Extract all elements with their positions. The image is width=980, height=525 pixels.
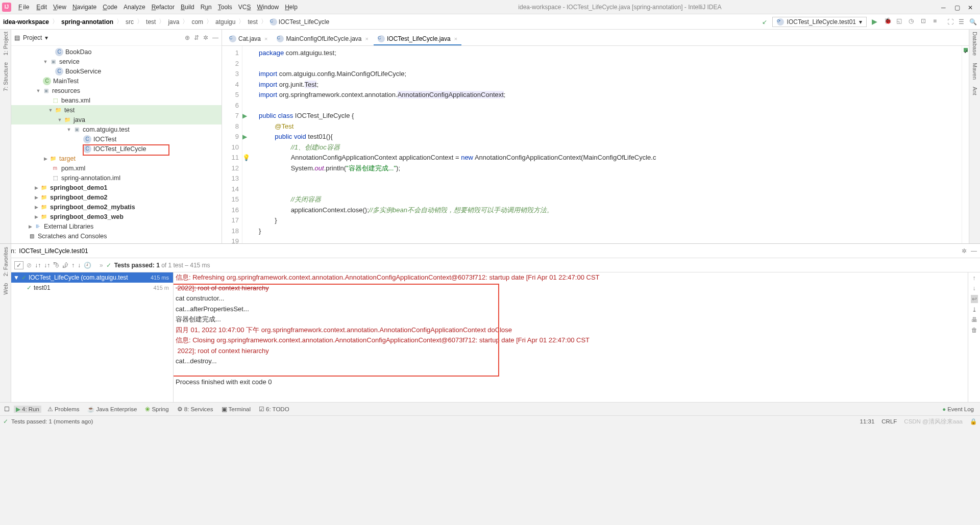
expand-icon[interactable]: ⮷: [53, 262, 59, 269]
up-icon[interactable]: ↑: [973, 274, 976, 282]
maximize-icon[interactable]: ▢: [954, 4, 961, 10]
bc-src[interactable]: src: [126, 18, 134, 26]
tab-javaee[interactable]: ☕Java Enterprise: [85, 406, 139, 413]
menu-code[interactable]: Code: [102, 3, 118, 12]
tree-item-maintest[interactable]: CMainTest: [11, 76, 222, 86]
test-item[interactable]: ✓test01415 m: [11, 283, 173, 293]
toolwin-favorites[interactable]: 2: Favorites: [3, 247, 9, 276]
menu-build[interactable]: Build: [180, 3, 195, 12]
minimize-icon[interactable]: ─: [941, 4, 947, 10]
structure-icon[interactable]: ☰: [959, 18, 964, 26]
run-conf-name[interactable]: IOCTest_LifeCycle.test01: [19, 247, 88, 255]
bc-com[interactable]: com: [191, 18, 203, 26]
test-tree[interactable]: ▼✓IOCTest_LifeCycle (com.atguigu.test415…: [11, 272, 174, 402]
toolwin-maven[interactable]: Maven: [972, 63, 978, 80]
scroll-icon[interactable]: ⤓: [972, 306, 977, 313]
menu-vcs[interactable]: VCS: [237, 3, 252, 12]
run-config-selector[interactable]: ⟳ IOCTest_LifeCycle.test01 ▾: [772, 17, 867, 27]
toolwin-ant[interactable]: Ant: [972, 87, 978, 95]
find-icon[interactable]: ⛶: [947, 18, 953, 26]
bc-atguigu[interactable]: atguigu: [215, 18, 235, 26]
back-icon[interactable]: ↙: [762, 18, 767, 26]
tree-item-service[interactable]: ▼▣service: [11, 57, 222, 66]
menu-tools[interactable]: Tools: [217, 3, 233, 12]
tab-run[interactable]: ▶4: Run: [14, 406, 41, 413]
close-tab-icon[interactable]: ×: [365, 36, 369, 42]
locate-icon[interactable]: ⊕: [185, 34, 190, 41]
console-output[interactable]: 信息: Refreshing org.springframework.conte…: [174, 272, 968, 402]
tree-item-scratches[interactable]: ▧Scratches and Consoles: [11, 231, 222, 241]
up-icon[interactable]: ↑: [71, 262, 75, 269]
bc-workspace[interactable]: idea-workspace: [3, 18, 49, 26]
status-position[interactable]: 11:31: [860, 418, 875, 424]
collapse-icon[interactable]: ⮵: [62, 262, 68, 269]
tab-mainconfig[interactable]: CMainConfigOfLifeCycle.java×: [273, 33, 373, 45]
tab-todo[interactable]: ☑6: TODO: [257, 406, 291, 413]
tab-ioctest-lifecycle[interactable]: CIOCTest_LifeCycle.java×: [374, 33, 461, 45]
tree-item-sb3[interactable]: ▶📁springboot_demo2_mybatis: [11, 202, 222, 212]
stop-icon[interactable]: ■: [933, 17, 942, 27]
tab-terminal[interactable]: ▣Terminal: [219, 406, 253, 413]
run-gutter-icon[interactable]: ▶: [242, 111, 256, 121]
profile-icon[interactable]: ◷: [909, 17, 918, 27]
tree-item-sb2[interactable]: ▶📁springboot_demo2: [11, 192, 222, 202]
bc-project[interactable]: spring-annotation: [61, 18, 113, 26]
menu-analyze[interactable]: Analyze: [122, 3, 146, 12]
menu-window[interactable]: Window: [256, 3, 280, 12]
tree-item-bookservice[interactable]: CBookService: [11, 66, 222, 76]
tree-item-ioctest[interactable]: CIOCTest: [11, 134, 222, 144]
tab-eventlog[interactable]: ●Event Log: [940, 406, 976, 412]
run-icon[interactable]: ▶: [872, 17, 881, 27]
tab-problems[interactable]: ⚠Problems: [45, 406, 82, 413]
bc-test2[interactable]: test: [248, 18, 257, 26]
history-icon[interactable]: 🕘: [84, 262, 91, 269]
project-dropdown-icon[interactable]: ▤: [14, 34, 20, 41]
menu-file[interactable]: File: [17, 3, 31, 12]
toolwin-web[interactable]: Web: [3, 283, 9, 294]
disable-icon[interactable]: ⊘: [27, 262, 32, 269]
bc-test[interactable]: test: [146, 18, 156, 26]
tree-item-test[interactable]: ▼📁test: [11, 105, 222, 115]
close-tab-icon[interactable]: ×: [264, 36, 267, 42]
sort1-icon[interactable]: ↓↑: [35, 262, 41, 269]
gutter-icons[interactable]: ▶ ▶ 💡: [242, 46, 256, 243]
tree-item-ioctest-lifecycle[interactable]: CIOCTest_LifeCycle: [11, 144, 222, 154]
tree-item-pkg[interactable]: ▼▣com.atguigu.test: [11, 124, 222, 134]
lock-icon[interactable]: 🔒: [970, 418, 977, 425]
hide-icon[interactable]: —: [212, 34, 218, 41]
code-area[interactable]: package com.atguigu.test; import com.atg…: [256, 46, 962, 243]
gear-icon[interactable]: ✲: [203, 34, 208, 41]
clear-icon[interactable]: 🗑: [971, 327, 977, 334]
tree-item-beansxml[interactable]: ⬚beans.xml: [11, 95, 222, 105]
tree-item-extlib[interactable]: ▶⊪External Libraries: [11, 221, 222, 231]
bc-class[interactable]: CIOCTest_LifeCycle: [270, 18, 329, 26]
menu-view[interactable]: View: [52, 3, 67, 12]
toolwin-project[interactable]: 1: Project: [3, 32, 9, 55]
tree-item-bookdao[interactable]: CBookDao: [11, 47, 222, 57]
check-icon[interactable]: ✓: [14, 261, 23, 269]
debug-icon[interactable]: 🐞: [884, 17, 893, 27]
down-icon[interactable]: ↓: [78, 262, 81, 269]
toolwin-structure[interactable]: 7: Structure: [3, 62, 9, 91]
close-tab-icon[interactable]: ×: [454, 36, 457, 42]
project-tree[interactable]: CBookDao ▼▣service CBookService CMainTes…: [11, 46, 222, 242]
tree-item-sb1[interactable]: ▶📁springboot_demo1: [11, 183, 222, 192]
tree-item-sb4[interactable]: ▶📁springboot_demo3_web: [11, 212, 222, 221]
tree-item-pom[interactable]: mpom.xml: [11, 163, 222, 173]
project-title[interactable]: Project: [23, 34, 42, 41]
test-root[interactable]: ▼✓IOCTest_LifeCycle (com.atguigu.test415…: [11, 272, 173, 283]
menu-help[interactable]: Help: [284, 3, 299, 12]
warning-gutter-icon[interactable]: 💡: [242, 153, 256, 163]
run-gutter-icon[interactable]: ▶: [242, 132, 256, 142]
gear-icon[interactable]: ✲: [962, 247, 967, 255]
tab-spring[interactable]: ❀Spring: [143, 406, 170, 413]
tree-item-resources[interactable]: ▼▣resources: [11, 86, 222, 95]
print-icon[interactable]: 🖶: [971, 316, 977, 323]
menu-navigate[interactable]: Navigate: [71, 3, 97, 12]
tree-item-target[interactable]: ▶📁target: [11, 154, 222, 163]
bc-java[interactable]: java: [168, 18, 179, 26]
hide-icon[interactable]: —: [971, 247, 977, 255]
coverage-icon[interactable]: ◱: [896, 17, 905, 27]
tree-item-iml[interactable]: ⬚spring-annotation.iml: [11, 173, 222, 183]
tab-services[interactable]: ⚙8: Services: [175, 406, 215, 413]
